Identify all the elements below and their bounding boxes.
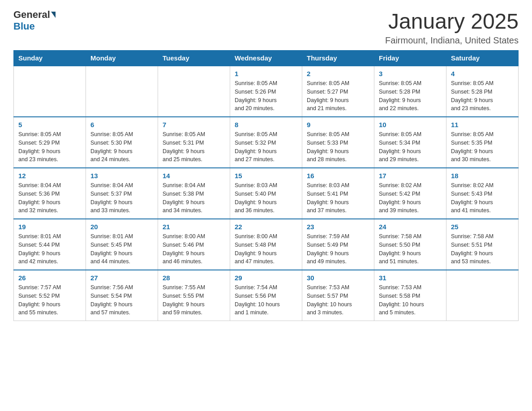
calendar-cell-w5-d7 bbox=[446, 270, 519, 321]
header-friday: Friday bbox=[374, 51, 446, 66]
calendar-cell-w5-d2: 27Sunrise: 7:56 AM Sunset: 5:54 PM Dayli… bbox=[86, 270, 158, 321]
day-number: 2 bbox=[307, 70, 369, 77]
day-number: 8 bbox=[235, 121, 297, 128]
day-number: 11 bbox=[451, 121, 514, 128]
day-number: 12 bbox=[18, 172, 81, 180]
calendar-table: Sunday Monday Tuesday Wednesday Thursday… bbox=[13, 50, 519, 321]
month-title: January 2025 bbox=[385, 9, 519, 34]
day-info: Sunrise: 8:05 AM Sunset: 5:28 PM Dayligh… bbox=[379, 79, 442, 113]
day-info: Sunrise: 7:59 AM Sunset: 5:49 PM Dayligh… bbox=[307, 232, 369, 266]
day-info: Sunrise: 7:58 AM Sunset: 5:50 PM Dayligh… bbox=[379, 232, 442, 266]
calendar-cell-w4-d2: 20Sunrise: 8:01 AM Sunset: 5:45 PM Dayli… bbox=[86, 219, 158, 270]
calendar-cell-w3-d3: 14Sunrise: 8:04 AM Sunset: 5:38 PM Dayli… bbox=[158, 168, 230, 219]
day-info: Sunrise: 8:05 AM Sunset: 5:26 PM Dayligh… bbox=[235, 79, 297, 113]
calendar-cell-w1-d7: 4Sunrise: 8:05 AM Sunset: 5:28 PM Daylig… bbox=[446, 66, 519, 117]
header-thursday: Thursday bbox=[302, 51, 374, 66]
logo-general-text: General bbox=[13, 9, 50, 21]
day-info: Sunrise: 7:53 AM Sunset: 5:58 PM Dayligh… bbox=[379, 283, 442, 317]
logo-arrow-icon bbox=[51, 12, 56, 18]
day-info: Sunrise: 8:02 AM Sunset: 5:43 PM Dayligh… bbox=[451, 181, 514, 215]
calendar-cell-w4-d1: 19Sunrise: 8:01 AM Sunset: 5:44 PM Dayli… bbox=[14, 219, 86, 270]
day-info: Sunrise: 8:00 AM Sunset: 5:48 PM Dayligh… bbox=[235, 232, 297, 266]
day-number: 13 bbox=[90, 172, 153, 180]
day-info: Sunrise: 8:04 AM Sunset: 5:38 PM Dayligh… bbox=[163, 181, 225, 215]
day-info: Sunrise: 8:05 AM Sunset: 5:29 PM Dayligh… bbox=[18, 130, 81, 164]
day-number: 24 bbox=[379, 223, 442, 231]
day-number: 25 bbox=[451, 223, 514, 231]
day-number: 29 bbox=[235, 274, 297, 282]
day-number: 21 bbox=[163, 223, 225, 231]
day-number: 3 bbox=[379, 70, 442, 77]
logo: General Blue bbox=[13, 9, 56, 32]
day-info: Sunrise: 8:03 AM Sunset: 5:41 PM Dayligh… bbox=[307, 181, 369, 215]
calendar-cell-w5-d4: 29Sunrise: 7:54 AM Sunset: 5:56 PM Dayli… bbox=[230, 270, 302, 321]
day-info: Sunrise: 8:03 AM Sunset: 5:40 PM Dayligh… bbox=[235, 181, 297, 215]
day-number: 27 bbox=[90, 274, 153, 282]
day-number: 15 bbox=[235, 172, 297, 180]
header-sunday: Sunday bbox=[14, 51, 86, 66]
day-number: 20 bbox=[90, 223, 153, 231]
calendar-cell-w2-d1: 5Sunrise: 8:05 AM Sunset: 5:29 PM Daylig… bbox=[14, 117, 86, 168]
day-info: Sunrise: 8:05 AM Sunset: 5:32 PM Dayligh… bbox=[235, 130, 297, 164]
calendar-cell-w2-d4: 8Sunrise: 8:05 AM Sunset: 5:32 PM Daylig… bbox=[230, 117, 302, 168]
day-number: 28 bbox=[163, 274, 225, 282]
day-info: Sunrise: 7:57 AM Sunset: 5:52 PM Dayligh… bbox=[18, 283, 81, 317]
day-info: Sunrise: 7:55 AM Sunset: 5:55 PM Dayligh… bbox=[163, 283, 225, 317]
calendar-cell-w4-d5: 23Sunrise: 7:59 AM Sunset: 5:49 PM Dayli… bbox=[302, 219, 374, 270]
day-number: 4 bbox=[451, 70, 514, 77]
day-number: 22 bbox=[235, 223, 297, 231]
calendar-cell-w4-d6: 24Sunrise: 7:58 AM Sunset: 5:50 PM Dayli… bbox=[374, 219, 446, 270]
day-number: 5 bbox=[18, 121, 81, 128]
week-row-3: 12Sunrise: 8:04 AM Sunset: 5:36 PM Dayli… bbox=[14, 168, 519, 219]
day-number: 10 bbox=[379, 121, 442, 128]
calendar-cell-w3-d2: 13Sunrise: 8:04 AM Sunset: 5:37 PM Dayli… bbox=[86, 168, 158, 219]
header-tuesday: Tuesday bbox=[158, 51, 230, 66]
day-info: Sunrise: 7:53 AM Sunset: 5:57 PM Dayligh… bbox=[307, 283, 369, 317]
day-number: 16 bbox=[307, 172, 369, 180]
calendar-cell-w1-d3 bbox=[158, 66, 230, 117]
calendar-cell-w1-d5: 2Sunrise: 8:05 AM Sunset: 5:27 PM Daylig… bbox=[302, 66, 374, 117]
calendar-cell-w4-d3: 21Sunrise: 8:00 AM Sunset: 5:46 PM Dayli… bbox=[158, 219, 230, 270]
day-number: 23 bbox=[307, 223, 369, 231]
day-number: 1 bbox=[235, 70, 297, 77]
calendar-cell-w2-d6: 10Sunrise: 8:05 AM Sunset: 5:34 PM Dayli… bbox=[374, 117, 446, 168]
calendar-header-row: Sunday Monday Tuesday Wednesday Thursday… bbox=[14, 51, 519, 66]
day-info: Sunrise: 8:02 AM Sunset: 5:42 PM Dayligh… bbox=[379, 181, 442, 215]
calendar-cell-w5-d1: 26Sunrise: 7:57 AM Sunset: 5:52 PM Dayli… bbox=[14, 270, 86, 321]
page-header: General Blue January 2025 Fairmount, Ind… bbox=[13, 9, 519, 46]
day-info: Sunrise: 7:58 AM Sunset: 5:51 PM Dayligh… bbox=[451, 232, 514, 266]
calendar-cell-w1-d4: 1Sunrise: 8:05 AM Sunset: 5:26 PM Daylig… bbox=[230, 66, 302, 117]
day-number: 17 bbox=[379, 172, 442, 180]
day-number: 6 bbox=[90, 121, 153, 128]
day-info: Sunrise: 8:05 AM Sunset: 5:34 PM Dayligh… bbox=[379, 130, 442, 164]
day-number: 30 bbox=[307, 274, 369, 282]
week-row-1: 1Sunrise: 8:05 AM Sunset: 5:26 PM Daylig… bbox=[14, 66, 519, 117]
day-number: 14 bbox=[163, 172, 225, 180]
calendar-cell-w1-d6: 3Sunrise: 8:05 AM Sunset: 5:28 PM Daylig… bbox=[374, 66, 446, 117]
logo-blue-text: Blue bbox=[13, 21, 35, 32]
calendar-cell-w5-d5: 30Sunrise: 7:53 AM Sunset: 5:57 PM Dayli… bbox=[302, 270, 374, 321]
week-row-5: 26Sunrise: 7:57 AM Sunset: 5:52 PM Dayli… bbox=[14, 270, 519, 321]
day-info: Sunrise: 8:05 AM Sunset: 5:31 PM Dayligh… bbox=[163, 130, 225, 164]
day-info: Sunrise: 8:05 AM Sunset: 5:27 PM Dayligh… bbox=[307, 79, 369, 113]
calendar-cell-w3-d5: 16Sunrise: 8:03 AM Sunset: 5:41 PM Dayli… bbox=[302, 168, 374, 219]
calendar-cell-w3-d6: 17Sunrise: 8:02 AM Sunset: 5:42 PM Dayli… bbox=[374, 168, 446, 219]
day-number: 7 bbox=[163, 121, 225, 128]
day-info: Sunrise: 8:05 AM Sunset: 5:28 PM Dayligh… bbox=[451, 79, 514, 113]
day-number: 19 bbox=[18, 223, 81, 231]
day-info: Sunrise: 8:05 AM Sunset: 5:30 PM Dayligh… bbox=[90, 130, 153, 164]
day-info: Sunrise: 8:00 AM Sunset: 5:46 PM Dayligh… bbox=[163, 232, 225, 266]
calendar-cell-w2-d3: 7Sunrise: 8:05 AM Sunset: 5:31 PM Daylig… bbox=[158, 117, 230, 168]
day-info: Sunrise: 8:01 AM Sunset: 5:44 PM Dayligh… bbox=[18, 232, 81, 266]
calendar-cell-w2-d2: 6Sunrise: 8:05 AM Sunset: 5:30 PM Daylig… bbox=[86, 117, 158, 168]
day-number: 26 bbox=[18, 274, 81, 282]
day-number: 31 bbox=[379, 274, 442, 282]
header-monday: Monday bbox=[86, 51, 158, 66]
calendar-cell-w3-d7: 18Sunrise: 8:02 AM Sunset: 5:43 PM Dayli… bbox=[446, 168, 519, 219]
calendar-cell-w2-d5: 9Sunrise: 8:05 AM Sunset: 5:33 PM Daylig… bbox=[302, 117, 374, 168]
calendar-cell-w3-d1: 12Sunrise: 8:04 AM Sunset: 5:36 PM Dayli… bbox=[14, 168, 86, 219]
week-row-2: 5Sunrise: 8:05 AM Sunset: 5:29 PM Daylig… bbox=[14, 117, 519, 168]
calendar-cell-w1-d1 bbox=[14, 66, 86, 117]
calendar-cell-w4-d7: 25Sunrise: 7:58 AM Sunset: 5:51 PM Dayli… bbox=[446, 219, 519, 270]
title-section: January 2025 Fairmount, Indiana, United … bbox=[385, 9, 519, 46]
